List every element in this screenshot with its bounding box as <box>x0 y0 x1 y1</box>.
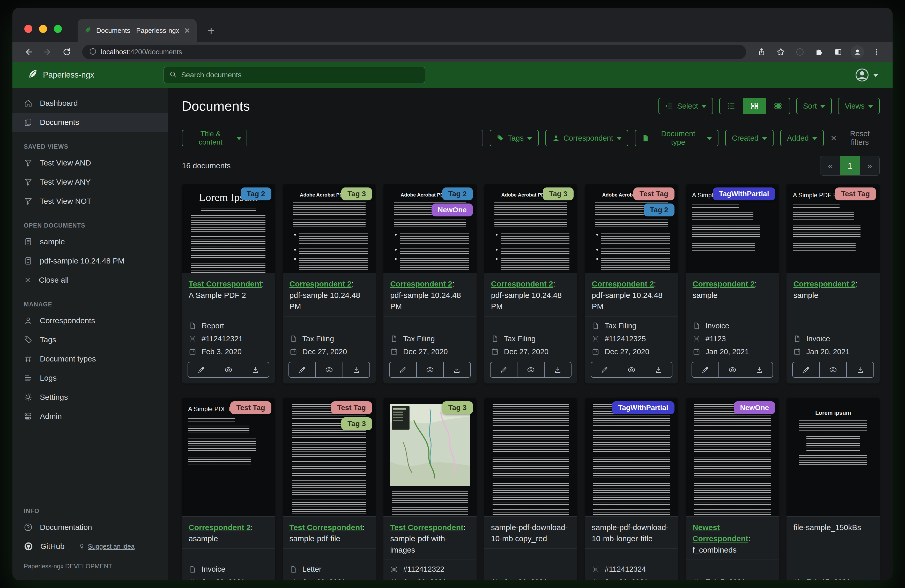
sidebar-item-documents[interactable]: Documents <box>13 113 168 132</box>
new-tab-button[interactable]: + <box>204 23 218 38</box>
tab-close-icon[interactable]: ✕ <box>184 26 191 35</box>
document-thumbnail[interactable]: Tag 3 <box>383 398 476 517</box>
correspondent-link[interactable]: Newest Correspondent <box>692 523 748 543</box>
tag-badge[interactable]: Tag 2 <box>644 203 675 216</box>
filter-field-selector[interactable]: Title & content <box>182 130 247 146</box>
pagination-prev-button[interactable]: « <box>821 156 840 175</box>
sidebar-item-settings[interactable]: Settings <box>13 388 168 407</box>
sidebar-item-tags[interactable]: Tags <box>13 330 168 349</box>
sidebar-item-logs[interactable]: Logs <box>13 368 168 388</box>
edit-button[interactable] <box>793 362 819 377</box>
suggest-an-idea-link[interactable]: Suggest an idea <box>78 543 135 550</box>
view-button[interactable] <box>215 362 242 377</box>
document-thumbnail[interactable]: TagWithPartial <box>585 398 678 517</box>
sidebar-item-test-view-any[interactable]: Test View ANY <box>13 173 168 192</box>
document-thumbnail[interactable]: Adobe Acrobat PDF Files Test TagTag 2 <box>585 184 678 273</box>
tag-badge[interactable]: NewOne <box>734 401 775 414</box>
site-info-icon[interactable] <box>89 48 97 56</box>
document-thumbnail[interactable]: A Simple PDF File TagWithPartial <box>686 184 779 273</box>
document-thumbnail[interactable]: NewOne <box>686 398 779 517</box>
sidebar-item-admin[interactable]: Admin <box>13 407 168 426</box>
correspondent-link[interactable]: Correspondent 2 <box>692 279 755 288</box>
correspondent-filter-button[interactable]: Correspondent <box>545 130 628 146</box>
sidebar-item-document-types[interactable]: Document types <box>13 349 168 368</box>
reset-filters-button[interactable]: ✕ Reset filters <box>830 130 880 147</box>
pagination-page-1-button[interactable]: 1 <box>840 156 860 175</box>
correspondent-link[interactable]: Correspondent 2 <box>289 279 352 288</box>
document-thumbnail[interactable]: A Simple PDF File Test Tag <box>786 184 880 273</box>
tag-badge[interactable]: Tag 2 <box>241 187 272 200</box>
document-thumbnail[interactable]: Lorem Ipsum Tag 2 <box>182 184 275 273</box>
app-brand[interactable]: Paperless-ngx <box>13 69 94 81</box>
document-thumbnail[interactable] <box>484 398 578 517</box>
sidebar-item-dashboard[interactable]: Dashboard <box>13 94 168 113</box>
sidebar-item-close-all[interactable]: Close all <box>13 271 168 290</box>
sidebar-item-test-view-and[interactable]: Test View AND <box>13 153 168 173</box>
download-button[interactable] <box>645 362 672 377</box>
edit-button[interactable] <box>390 362 416 377</box>
tag-badge[interactable]: Tag 3 <box>341 417 372 430</box>
tag-badge[interactable]: TagWithPartial <box>612 401 675 414</box>
download-button[interactable] <box>846 362 873 377</box>
view-button[interactable] <box>315 362 343 377</box>
address-bar[interactable]: localhost:4200/documents <box>82 45 746 59</box>
document-thumbnail[interactable]: Lorem ipsum <box>786 398 880 517</box>
document-thumbnail[interactable]: Test TagTag 3 <box>283 398 376 517</box>
share-icon[interactable] <box>753 44 770 60</box>
tag-badge[interactable]: Test Tag <box>230 401 272 414</box>
bookmark-star-icon[interactable] <box>773 44 789 60</box>
download-button[interactable] <box>241 362 269 377</box>
correspondent-link[interactable]: Correspondent 2 <box>793 279 855 288</box>
title-content-filter-input[interactable] <box>247 130 483 146</box>
tag-badge[interactable]: Tag 2 <box>442 187 473 200</box>
tag-badge[interactable]: TagWithPartial <box>713 187 775 200</box>
correspondent-link[interactable]: Test Correspondent <box>390 523 464 532</box>
document-thumbnail[interactable]: Adobe Acrobat PDF Files Tag 3 <box>484 184 578 273</box>
browser-menu-kebab-icon[interactable] <box>868 44 885 60</box>
views-button[interactable]: Views <box>838 98 880 114</box>
edit-button[interactable] <box>491 362 517 377</box>
document-thumbnail[interactable]: Adobe Acrobat PDF Files Tag 3 <box>283 184 376 273</box>
browser-tab[interactable]: Documents - Paperless-ngx ✕ <box>78 19 197 42</box>
tag-badge[interactable]: NewOne <box>432 203 473 216</box>
document-thumbnail[interactable]: Adobe Acrobat PDF Files Tag 2NewOne <box>383 184 476 273</box>
forward-icon[interactable] <box>39 44 56 60</box>
tag-badge[interactable]: Test Tag <box>634 187 675 200</box>
browser-profile-avatar[interactable] <box>849 44 866 60</box>
view-button[interactable] <box>416 362 443 377</box>
sidebar-item-github[interactable]: GitHub Suggest an idea <box>13 537 168 556</box>
tag-badge[interactable]: Tag 3 <box>442 401 473 414</box>
search-input[interactable] <box>181 71 420 79</box>
edit-button[interactable] <box>591 362 618 377</box>
tags-filter-button[interactable]: Tags <box>490 130 539 146</box>
list-view-button[interactable] <box>720 98 743 114</box>
password-manager-icon[interactable] <box>792 44 808 60</box>
reload-icon[interactable] <box>59 44 75 60</box>
sidebar-item-correspondents[interactable]: Correspondents <box>13 311 168 330</box>
download-button[interactable] <box>746 362 773 377</box>
back-icon[interactable] <box>20 44 37 60</box>
correspondent-link[interactable]: Test Correspondent <box>189 279 262 288</box>
close-window-button[interactable] <box>24 25 32 33</box>
document-thumbnail[interactable]: A Simple PDF File Test Tag <box>182 398 275 517</box>
view-button[interactable] <box>718 362 746 377</box>
correspondent-link[interactable]: Correspondent 2 <box>592 279 654 288</box>
user-menu[interactable] <box>855 68 878 82</box>
grid-view-button[interactable] <box>743 98 766 114</box>
correspondent-link[interactable]: Correspondent 2 <box>390 279 452 288</box>
sidebar-item-open-doc-pdf-sample[interactable]: pdf-sample 10.24.48 PM <box>13 251 168 271</box>
download-button[interactable] <box>544 362 571 377</box>
global-search[interactable] <box>164 67 426 83</box>
view-button[interactable] <box>819 362 846 377</box>
pagination-next-button[interactable]: » <box>860 156 880 175</box>
select-button[interactable]: Select <box>659 98 713 114</box>
tag-badge[interactable]: Test Tag <box>835 187 876 200</box>
tag-badge[interactable]: Tag 3 <box>341 187 372 200</box>
created-filter-button[interactable]: Created <box>725 130 773 146</box>
tag-badge[interactable]: Test Tag <box>331 401 372 414</box>
zoom-window-button[interactable] <box>54 25 62 33</box>
edit-button[interactable] <box>289 362 316 377</box>
sort-button[interactable]: Sort <box>796 98 832 114</box>
download-button[interactable] <box>443 362 470 377</box>
edit-button[interactable] <box>188 362 215 377</box>
